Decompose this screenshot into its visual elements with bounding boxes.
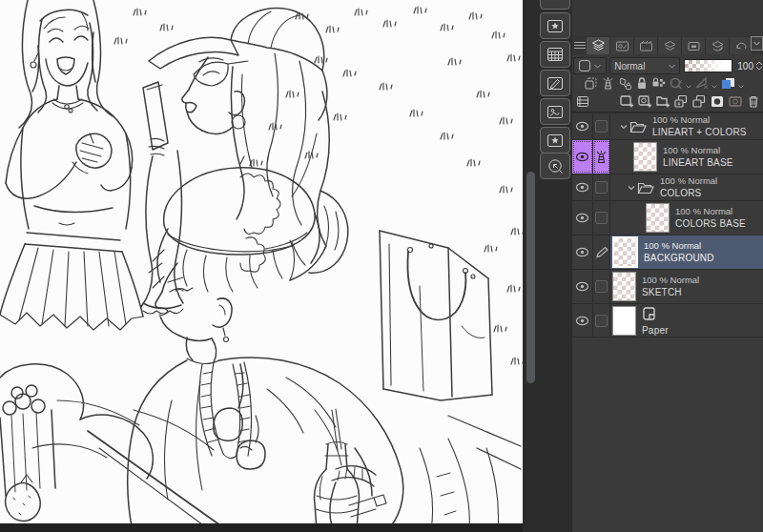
layer-blend-info: 100 % Normal [642, 276, 699, 285]
chevron-down-icon[interactable] [738, 75, 744, 92]
tab-layer-search[interactable] [706, 37, 730, 54]
reference-layer-indicator[interactable] [593, 140, 610, 174]
layer-select-checkbox[interactable] [593, 113, 610, 139]
tab-frame[interactable] [682, 37, 706, 54]
layer-thumbnail[interactable] [612, 272, 636, 301]
checkbox-icon [595, 120, 608, 133]
dock-button-star-palette[interactable] [540, 12, 570, 39]
layer-blend-info [642, 306, 669, 323]
edit-palette-icon [546, 75, 564, 91]
layer-row-content[interactable]: 100 % NormalBACKGROUND [610, 235, 763, 269]
layer-row[interactable]: 100 % NormalLINEART + COLORS [572, 113, 763, 140]
lock-alpha-icon [651, 76, 666, 91]
layer-visibility-toggle[interactable] [572, 113, 593, 139]
dock-button-image-palette[interactable] [540, 98, 570, 125]
canvas-viewport[interactable] [0, 0, 523, 532]
layer-name: COLORS [660, 188, 717, 198]
layer-row-content[interactable]: 100 % NormalCOLORS BASE [610, 201, 763, 235]
layer-row[interactable]: 100 % NormalCOLORS [572, 174, 763, 201]
lighthouse-icon [601, 76, 615, 91]
delete-layer-button[interactable] [745, 93, 761, 110]
layer-row-content[interactable]: 100 % NormalSKETCH [610, 270, 763, 303]
layer-row[interactable]: 100 % NormalSKETCH [572, 270, 763, 304]
layer-select-checkbox[interactable] [593, 304, 610, 337]
layer-row[interactable]: 100 % NormalBACKGROUND [572, 235, 763, 270]
dock-button-navigator[interactable] [540, 153, 570, 179]
layer-visibility-toggle[interactable] [572, 270, 593, 303]
layer-row-content[interactable]: 100 % NormalLINEART BASE [610, 140, 763, 174]
rounded-square-icon [579, 60, 590, 72]
tab-layer-template[interactable] [658, 37, 682, 54]
layer-row[interactable]: Paper [572, 304, 763, 338]
lighthouse-icon [595, 150, 608, 164]
palette-color-combo[interactable] [573, 57, 607, 74]
create-layer-mask-button[interactable] [709, 93, 725, 110]
lock-transparent-pixels-button[interactable] [651, 76, 666, 91]
expand-chevron-icon [620, 124, 628, 130]
new-layer-dialog-button[interactable] [636, 93, 652, 110]
dock-button-star-palette-2[interactable] [540, 127, 570, 153]
layer-visibility-toggle[interactable] [572, 304, 593, 337]
opacity-slider[interactable] [684, 59, 732, 72]
layer-visibility-toggle[interactable] [572, 174, 593, 200]
dock-button-grid-palette[interactable] [540, 41, 570, 68]
clip-to-layer-below-button[interactable] [584, 76, 598, 91]
layer-row-content[interactable]: 100 % NormalCOLORS [610, 174, 763, 200]
layer-name: LINEART BASE [663, 157, 733, 168]
trash-icon [747, 94, 760, 109]
grid-palette-icon [546, 47, 564, 62]
edit-target-indicator[interactable] [593, 235, 610, 269]
layer-color-button[interactable] [720, 76, 736, 91]
layer-thumbnail[interactable] [612, 236, 638, 268]
draft-layer-button[interactable] [618, 76, 632, 91]
layer-select-checkbox[interactable] [593, 174, 610, 200]
transfer-to-lower-layer-button[interactable] [672, 93, 689, 110]
layers-icon [591, 39, 606, 52]
frame-icon [687, 40, 701, 52]
opacity-value: 100 [736, 61, 753, 72]
clip-below-icon [584, 76, 598, 91]
dock-button-edit-palette[interactable] [540, 70, 570, 96]
tab-layers[interactable] [587, 37, 610, 54]
apply-mask-button-disabled[interactable] [727, 93, 743, 110]
layer-row[interactable]: 100 % NormalCOLORS BASE [572, 201, 763, 235]
layer-visibility-toggle[interactable] [572, 140, 593, 174]
enable-mask-button-disabled[interactable] [669, 76, 684, 91]
ruler-button-disabled[interactable] [694, 76, 710, 91]
chevron-down-icon[interactable] [686, 75, 691, 92]
layer-list-options-button[interactable] [574, 93, 590, 110]
new-layer-folder-button[interactable] [654, 93, 670, 110]
layer-row[interactable]: 100 % NormalLINEART BASE [572, 140, 763, 174]
layer-template-icon [663, 40, 677, 52]
layer-blend-info: 100 % Normal [660, 176, 717, 186]
merge-with-lower-layer-button[interactable] [691, 93, 707, 110]
layer-thumbnail[interactable] [646, 203, 670, 233]
dock-collapse-button[interactable] [751, 36, 763, 51]
mask-disabled-icon [669, 76, 684, 91]
checkbox-icon [595, 212, 608, 224]
expand-chevron-icon [628, 185, 635, 191]
tab-animation-cels[interactable] [634, 37, 658, 54]
reference-layer-button[interactable] [601, 76, 615, 91]
new-raster-layer-button[interactable] [618, 93, 634, 110]
chevron-down-icon [753, 41, 760, 46]
blend-mode-select[interactable]: Normal [609, 57, 680, 74]
panel-menu-button[interactable] [574, 37, 586, 52]
layer-thumbnail[interactable] [612, 306, 636, 336]
layer-row-content[interactable]: Paper [610, 304, 763, 337]
dock-button-partial[interactable] [540, 0, 570, 10]
layer-row-content[interactable]: 100 % NormalLINEART + COLORS [610, 113, 763, 139]
eye-icon [575, 152, 589, 162]
layer-thumbnail[interactable] [633, 142, 657, 172]
layer-visibility-toggle[interactable] [572, 235, 593, 269]
canvas-vertical-scrollbar[interactable] [526, 172, 535, 383]
layer-select-checkbox[interactable] [593, 270, 610, 303]
layer-select-checkbox[interactable] [593, 201, 610, 235]
lock-icon [635, 76, 649, 91]
layer-visibility-toggle[interactable] [572, 201, 593, 235]
tab-layer-property[interactable] [610, 37, 634, 54]
opacity-spinner[interactable] [755, 61, 763, 71]
right-dock-strip [523, 0, 572, 532]
lock-layer-button[interactable] [635, 76, 649, 91]
chevron-down-icon[interactable] [711, 75, 717, 92]
